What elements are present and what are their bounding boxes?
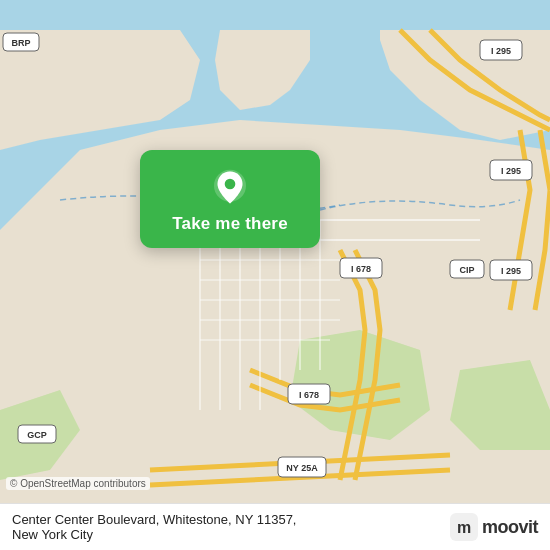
svg-text:I 678: I 678 (299, 390, 319, 400)
svg-text:NY 25A: NY 25A (286, 463, 318, 473)
svg-point-42 (225, 179, 236, 190)
cta-label: Take me there (172, 214, 288, 234)
location-pin-icon (210, 168, 250, 208)
svg-text:I 295: I 295 (501, 166, 521, 176)
bottom-bar: Center Center Boulevard, Whitestone, NY … (0, 503, 550, 550)
svg-text:I 678: I 678 (351, 264, 371, 274)
city-line: New York City (12, 527, 296, 542)
svg-text:CIP: CIP (459, 265, 474, 275)
cta-button-wrapper: Take me there (140, 150, 320, 248)
svg-text:I 295: I 295 (501, 266, 521, 276)
moovit-logo: m moovit (450, 513, 538, 541)
svg-text:GCP: GCP (27, 430, 47, 440)
svg-text:BRP: BRP (11, 38, 30, 48)
osm-attribution: © OpenStreetMap contributors (6, 477, 150, 490)
svg-text:m: m (457, 519, 471, 536)
map-container: I 295 I 295 I 295 CIP I 678 I 678 NY 25A… (0, 0, 550, 550)
moovit-logo-text: moovit (482, 517, 538, 538)
svg-text:I 295: I 295 (491, 46, 511, 56)
address-block: Center Center Boulevard, Whitestone, NY … (12, 512, 296, 542)
take-me-there-button[interactable]: Take me there (140, 150, 320, 248)
address-line: Center Center Boulevard, Whitestone, NY … (12, 512, 296, 527)
moovit-logo-icon: m (450, 513, 478, 541)
map-background: I 295 I 295 I 295 CIP I 678 I 678 NY 25A… (0, 0, 550, 550)
